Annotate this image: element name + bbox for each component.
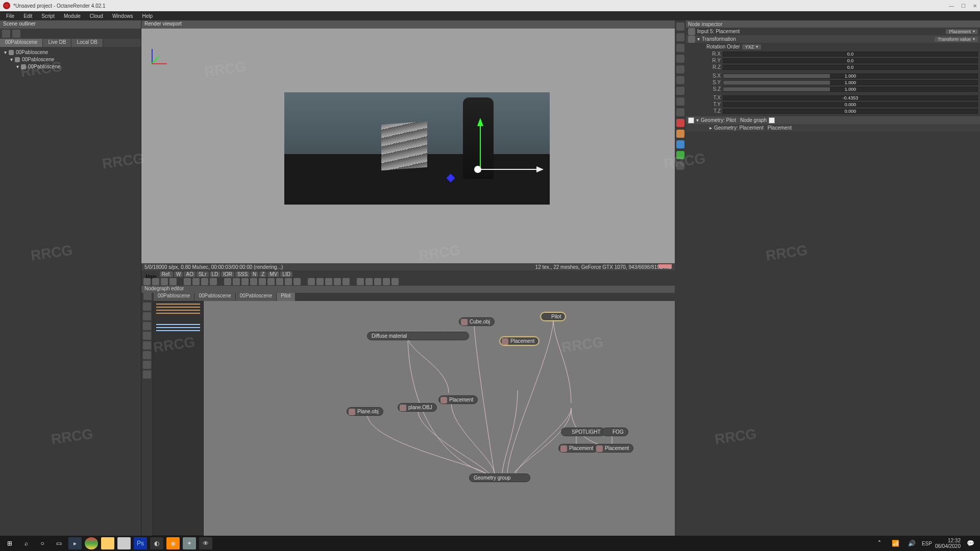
cat-icon[interactable] (676, 76, 684, 84)
tray-language[interactable]: ESP (922, 541, 932, 546)
ng-tool-icon[interactable] (143, 303, 151, 311)
maximize-button[interactable]: ☐ (961, 3, 966, 9)
ng-tool-icon[interactable] (143, 370, 151, 379)
pass-z-button[interactable]: Z (259, 271, 266, 277)
translate-y-slider[interactable]: T.Y0.000 (686, 101, 980, 108)
cat-icon[interactable] (676, 130, 684, 138)
nodegraph-canvas[interactable]: Diffuse material Cube.obj Pilot Placemen… (141, 301, 675, 536)
node-placement[interactable]: Placement (500, 337, 539, 345)
search-icon[interactable]: ⌕ (19, 537, 33, 549)
scale-z-slider[interactable]: S.Z1.000 (686, 86, 980, 92)
toolbar-icon[interactable] (342, 278, 350, 285)
ng-tool-icon[interactable] (143, 341, 151, 349)
pass-n-button[interactable]: N (251, 271, 258, 277)
node-diffuse-material[interactable]: Diffuse material (367, 332, 469, 340)
ng-tool-icon[interactable] (143, 312, 151, 320)
node-pilot[interactable]: Pilot (541, 312, 566, 321)
tray-network-icon[interactable]: 📶 (889, 537, 902, 549)
menu-file[interactable]: File (2, 12, 18, 20)
toolbar-icon[interactable] (161, 278, 168, 285)
minimize-button[interactable]: — (949, 3, 954, 9)
toolbar-icon[interactable] (325, 278, 332, 285)
node-placement[interactable]: Placement (594, 444, 633, 453)
toolbar-icon[interactable] (233, 278, 240, 285)
geometry-section[interactable]: ▾ Geometry: Pilot Node graph (686, 116, 980, 124)
transformation-section[interactable]: ▾ Transformation Transform value (686, 35, 980, 43)
tree-item[interactable]: ▾00Pabloscene (4, 49, 137, 56)
menu-cloud[interactable]: Cloud (86, 12, 107, 20)
toolbar-icon[interactable] (391, 278, 399, 285)
gizmo-center-icon[interactable] (474, 166, 481, 173)
cortana-icon[interactable]: ○ (36, 537, 49, 549)
close-button[interactable]: ✕ (973, 3, 977, 9)
cat-icon[interactable] (676, 151, 684, 159)
node-placement[interactable]: Placement (438, 395, 478, 404)
tree-item[interactable]: ▾00Pabloscene (10, 56, 137, 63)
tray-volume-icon[interactable]: 🔊 (905, 537, 919, 549)
rotation-z-slider[interactable]: R.Z0.0 (686, 64, 980, 70)
gizmo-y-axis-icon[interactable] (477, 118, 483, 126)
transform-type-dropdown[interactable]: Transform value (935, 37, 978, 42)
cat-icon[interactable] (676, 119, 684, 127)
cat-icon[interactable] (676, 55, 684, 63)
translate-x-slider[interactable]: T.X-0.4353 (686, 94, 980, 101)
nodegraph-home-icon[interactable] (143, 293, 152, 300)
menu-module[interactable]: Module (60, 12, 85, 20)
toolbar-icon[interactable] (152, 278, 159, 285)
pass-sss-button[interactable]: SSS (235, 271, 250, 277)
photoshop-icon[interactable]: Ps (134, 537, 147, 549)
geometry-sub-dropdown[interactable]: Placement (768, 125, 792, 131)
node-spotlight[interactable]: SPOTLIGHT (561, 428, 605, 436)
menu-script[interactable]: Script (37, 12, 59, 20)
ng-tool-icon[interactable] (143, 351, 151, 359)
play-icon[interactable] (210, 278, 217, 285)
node-placement[interactable]: Placement (558, 444, 598, 453)
ng-tab[interactable]: 00Pabloscene (194, 293, 235, 301)
toolbar-icon[interactable] (357, 278, 364, 285)
pass-ld-button[interactable]: LD (210, 271, 220, 277)
node-fog[interactable]: FOG (602, 428, 628, 436)
tree-item[interactable]: ▾00Pabloscene (16, 63, 137, 70)
toolbar-icon[interactable] (143, 278, 151, 285)
toolbar-icon[interactable] (267, 278, 275, 285)
node-plane-OBJ[interactable]: plane.OBJ (398, 403, 437, 412)
cat-icon[interactable] (676, 44, 684, 52)
pass-w-button[interactable]: W (174, 271, 183, 277)
toolbar-icon[interactable] (293, 278, 301, 285)
scale-y-slider[interactable]: S.Y1.000 (686, 79, 980, 86)
cat-icon[interactable] (676, 108, 684, 116)
toolbar-icon[interactable] (259, 278, 266, 285)
node-cube-obj[interactable]: Cube.obj (459, 317, 495, 326)
ng-tool-icon[interactable] (143, 322, 151, 330)
cat-icon[interactable] (676, 22, 684, 31)
pass-ior-button[interactable]: IOR (221, 271, 234, 277)
cat-icon[interactable] (676, 162, 684, 170)
prev-icon[interactable] (192, 278, 200, 285)
rotation-x-slider[interactable]: R.X0.0 (686, 51, 980, 57)
rotation-order-dropdown[interactable]: YXZ (742, 44, 762, 49)
octane-icon[interactable]: ✦ (183, 537, 196, 549)
color-swatch-icon[interactable] (688, 117, 694, 123)
toolbar-icon[interactable] (334, 278, 341, 285)
outliner-tool-icon[interactable] (12, 30, 20, 38)
blender-icon[interactable]: ◉ (166, 537, 180, 549)
system-clock[interactable]: 12:32 06/04/2020 (935, 538, 961, 549)
toolbar-icon[interactable] (374, 278, 381, 285)
pass-slr-button[interactable]: SLr (197, 271, 209, 277)
node-plane-obj[interactable]: Plane.obj (347, 407, 383, 416)
stop-icon[interactable] (184, 278, 191, 285)
geometry-type-dropdown[interactable]: Node graph (740, 117, 767, 123)
taskbar-app-icon[interactable]: ◐ (150, 537, 163, 549)
pass-ao-button[interactable]: AO (184, 271, 195, 277)
pause-icon[interactable] (201, 278, 208, 285)
pass-mv-button[interactable]: MV (267, 271, 279, 277)
menu-windows[interactable]: Windows (108, 12, 137, 20)
node-geometry-group[interactable]: Geometry group (469, 473, 530, 482)
tab-scene[interactable]: 00Pabloscene (0, 39, 43, 47)
ng-tab[interactable]: 00Pabloscene (154, 293, 194, 301)
toolbar-icon[interactable] (250, 278, 257, 285)
toolbar-icon[interactable] (285, 278, 292, 285)
cat-icon[interactable] (676, 33, 684, 41)
pass-ref-button[interactable]: Ref. (160, 271, 173, 277)
ng-tool-icon[interactable] (143, 332, 151, 340)
